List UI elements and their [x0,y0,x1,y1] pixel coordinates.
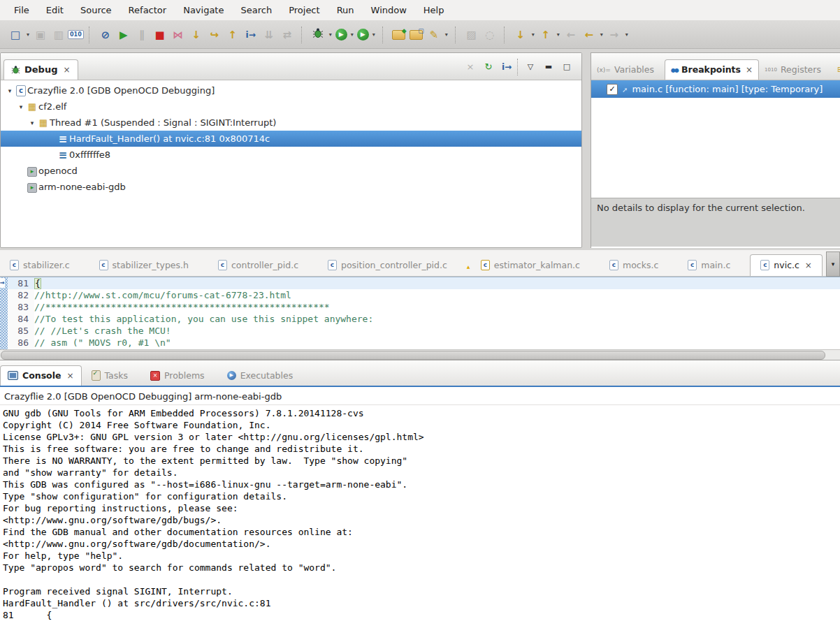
annotation-ruler[interactable]: → [0,277,8,349]
editor-tab[interactable]: c main.c [678,255,740,276]
previous-annotation-icon[interactable]: ↑ [538,27,553,43]
last-edit-location-icon[interactable]: ← [563,27,579,43]
menu-item[interactable]: Run [328,2,363,18]
debug-launch-icon[interactable] [310,27,326,43]
code-editor[interactable]: → 81 { 82 //http://www.st.com/mcu/forums… [0,277,840,349]
forward-icon[interactable]: → [607,27,622,43]
maximize-icon[interactable]: □ [560,60,574,74]
tree-item[interactable]: openocd [1,163,581,179]
disconnect-icon[interactable]: ⋈ [171,27,186,43]
debug-launch-caret-icon[interactable]: ▾ [327,31,334,38]
tree-item[interactable]: ▾ Crazyflie 2.0 [GDB OpenOCD Debugging] [1,82,581,98]
menu-item[interactable]: Help [415,2,453,18]
expander-icon[interactable]: ▾ [27,119,37,126]
search-icon[interactable]: ✎ [426,27,442,43]
restart-icon[interactable]: ⇄ [280,27,295,43]
code-line[interactable]: 81 { [0,277,840,289]
code-line[interactable]: 85 // //Let's crash the MCU! [0,325,840,337]
save-all-icon[interactable]: ▥ [51,27,66,43]
menu-item[interactable]: Window [363,2,415,18]
tree-item[interactable]: ▾ Thread #1 (Suspended : Signal : SIGINT… [1,115,581,131]
expander-icon[interactable]: ▾ [5,87,15,94]
open-type-icon[interactable]: ◆ [392,30,405,40]
next-annotation-caret-icon[interactable]: ▾ [530,31,537,38]
drop-to-frame-icon[interactable]: ⇊ [261,27,277,43]
tree-item[interactable]: arm-none-eabi-gdb [1,179,581,195]
new-wizard-caret-icon[interactable]: ▾ [24,31,31,38]
external-tools-icon[interactable]: ▶ [357,29,369,41]
close-icon[interactable]: × [61,65,70,75]
editor-tab[interactable]: c stabilizer.c [0,255,80,276]
code-line[interactable]: 84 //To test this application, you can u… [0,313,840,325]
run-launch-icon[interactable]: ▶ [335,29,347,41]
editor-tab[interactable]: c nvic.c × [750,254,823,276]
close-icon[interactable]: × [65,371,73,381]
breakpoint-entry[interactable]: ✓ main.c [function: main] [type: Tempora… [591,80,840,98]
console-output[interactable]: GNU gdb (GNU Tools for ARM Embedded Proc… [0,405,840,621]
menu-item[interactable]: Refactor [120,2,175,18]
close-icon[interactable]: × [804,261,812,270]
run-launch-caret-icon[interactable]: ▾ [349,31,356,38]
external-tools-caret-icon[interactable]: ▾ [370,31,377,38]
terminate-icon[interactable]: ■ [152,27,168,43]
expander-icon[interactable]: ▾ [16,103,26,110]
menu-item[interactable]: Source [72,2,120,18]
back-icon[interactable]: ← [581,27,597,43]
code-line[interactable]: 86 // asm (" MOVS r0, #1 \n" [0,337,840,349]
code-line[interactable]: 83 //***********************************… [0,301,840,313]
tree-item[interactable]: HardFault_Handler() at nvic.c:81 0x80071… [1,131,581,147]
horizontal-scrollbar[interactable] [0,349,840,360]
save-icon[interactable]: ▣ [33,27,48,43]
new-wizard-icon[interactable]: □ [8,27,23,43]
menu-item[interactable]: Navigate [175,2,232,18]
menu-item[interactable]: File [6,2,38,18]
editor-tab[interactable]: c position_controller_pid.c [318,255,457,276]
skip-all-breakpoints-icon[interactable]: ⊘ [98,27,113,43]
mark-occurrences-icon[interactable]: ▨ [464,27,479,43]
scrollbar-thumb[interactable] [1,351,825,360]
open-resource-icon[interactable]: ▢ [410,30,423,40]
close-icon[interactable]: × [744,65,753,75]
menu-item[interactable]: Edit [38,2,72,18]
code-line[interactable]: 82 //http://www.st.com/mcu/forums-cat-67… [0,289,840,301]
restart-session-icon[interactable]: ↻ [481,60,495,74]
editor-tab-overflow-button[interactable]: ▾ [826,251,840,277]
editor-tab[interactable]: c mocks.c [600,255,668,276]
console-line [3,574,840,585]
right-panel-tab[interactable]: (x)= Variables [591,60,665,80]
toggle-annotations-icon[interactable]: ◌ [482,27,498,43]
editor-tab[interactable]: c stabilizer_types.h [89,255,198,276]
step-into-icon[interactable]: ↓ [189,27,204,43]
menu-item[interactable]: Search [232,2,280,18]
tree-item[interactable]: ▾ cf2.elf [1,98,581,115]
right-panel-tab[interactable]: 1010 Registers [759,60,832,80]
search-caret-icon[interactable]: ▾ [443,31,450,38]
remove-all-terminated-icon[interactable]: × [463,60,477,74]
resume-icon[interactable]: ▶ [116,27,131,43]
step-over-icon[interactable]: ↪ [207,27,222,43]
breakpoint-checkbox[interactable]: ✓ [607,84,618,95]
console-area-tab[interactable]: Tasks [85,366,141,386]
step-return-icon[interactable]: ↑ [225,27,240,43]
menu-item[interactable]: Project [280,2,328,18]
tab-debug[interactable]: Debug × [3,59,78,80]
console-area-tab[interactable]: Console × [0,365,82,386]
back-caret-icon[interactable]: ▾ [598,31,605,38]
editor-tab[interactable]: c estimator_kalman.c [467,255,590,276]
console-area-tab[interactable]: × Problems [143,366,217,386]
instruction-stepping-mode-icon[interactable]: i→ [500,60,514,74]
instruction-stepping-icon[interactable]: i→ [243,27,259,43]
view-menu-icon[interactable]: ▽ [523,60,537,74]
tree-item[interactable]: 0xffffffe8 [1,147,581,163]
suspend-icon[interactable]: ∥ [134,27,150,43]
minimize-icon[interactable]: ▬ [542,60,556,74]
forward-caret-icon[interactable]: ▾ [623,31,630,38]
new-binary-icon[interactable]: 010 [68,30,84,39]
previous-annotation-caret-icon[interactable]: ▾ [555,31,562,38]
right-panel-tab[interactable]: ⊞ Peripherals [832,60,840,80]
next-annotation-icon[interactable]: ↓ [513,27,528,43]
console-line: GNU gdb (GNU Tools for ARM Embedded Proc… [3,407,840,419]
editor-tab[interactable]: c controller_pid.c [208,255,308,276]
right-panel-tab[interactable]: Breakpoints × [665,59,759,80]
console-area-tab[interactable]: ▶ Executables [220,366,306,386]
